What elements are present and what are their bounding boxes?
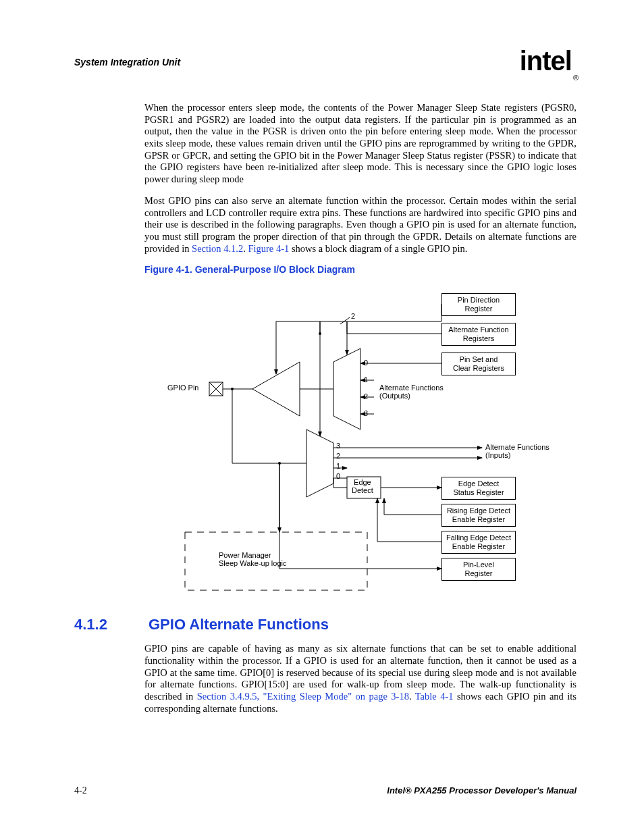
section-heading: 4.1.2 GPIO Alternate Functions: [74, 616, 576, 633]
mux-out-3: 3: [364, 409, 368, 417]
manual-title: Intel® PXA255 Processor Developer's Manu…: [387, 785, 576, 796]
gpio-block-diagram: GPIO Pin 2 0 1 2 3 3 2 1 0 Alternate Fun…: [144, 282, 576, 600]
mux-out-2: 2: [364, 392, 368, 400]
reg-falling-edge: Falling Edge Detect Enable Register: [441, 531, 516, 553]
link-section-4-1-2[interactable]: Section 4.1.2: [192, 243, 243, 254]
mux-in-2: 2: [336, 452, 340, 460]
svg-point-20: [231, 388, 234, 390]
mux-in-3: 3: [336, 442, 340, 450]
paragraph-1: When the processor enters sleep mode, th…: [144, 102, 576, 186]
section-number: 4.1.2: [74, 616, 115, 633]
reg-edge-status: Edge Detect Status Register: [441, 477, 516, 499]
page-number: 4-2: [74, 785, 87, 796]
svg-marker-14: [306, 429, 333, 497]
paragraph-3: GPIO pins are capable of having as many …: [144, 643, 576, 714]
reg-pin-direction: Pin Direction Register: [441, 293, 516, 315]
page-header: System Integration Unit intel®: [74, 47, 576, 78]
header-section-title: System Integration Unit: [74, 47, 180, 68]
label-edge-detect: Edge Detect: [352, 478, 373, 494]
link-figure-4-1[interactable]: Figure 4-1: [248, 243, 289, 254]
paragraph-2: Most GPIO pins can also serve an alterna…: [144, 195, 576, 255]
reg-pin-level: Pin-Level Register: [441, 558, 516, 580]
svg-line-8: [340, 317, 350, 324]
mux-in-0: 0: [336, 472, 340, 480]
page-footer: 4-2 Intel® PXA255 Processor Developer's …: [74, 785, 576, 796]
label-power-mgr: Power Manager Sleep Wake-up logic: [219, 551, 286, 567]
link-table-4-1[interactable]: Table 4-1: [415, 691, 454, 702]
reg-rising-edge: Rising Edge Detect Enable Register: [441, 504, 516, 526]
svg-marker-6: [333, 348, 360, 429]
reg-alt-fn: Alternate Function Registers: [441, 323, 516, 345]
mux-out-1: 1: [364, 375, 368, 384]
label-alt-out: Alternate Functions (Outputs): [379, 384, 444, 400]
label-gpio-pin: GPIO Pin: [167, 384, 198, 392]
label-two: 2: [351, 312, 355, 320]
reg-pin-set-clear: Pin Set and Clear Registers: [441, 353, 516, 375]
mux-in-1: 1: [336, 462, 340, 470]
section-title: GPIO Alternate Functions: [149, 616, 329, 633]
link-section-3-4-9-5[interactable]: Section 3.4.9.5, "Exiting Sleep Mode" on…: [197, 691, 409, 702]
svg-point-44: [319, 332, 321, 335]
figure-caption: Figure 4-1. General-Purpose I/O Block Di…: [144, 264, 576, 276]
mux-out-0: 0: [364, 359, 368, 367]
intel-logo: intel®: [520, 47, 576, 78]
label-alt-in: Alternate Functions (Inputs): [485, 443, 549, 459]
